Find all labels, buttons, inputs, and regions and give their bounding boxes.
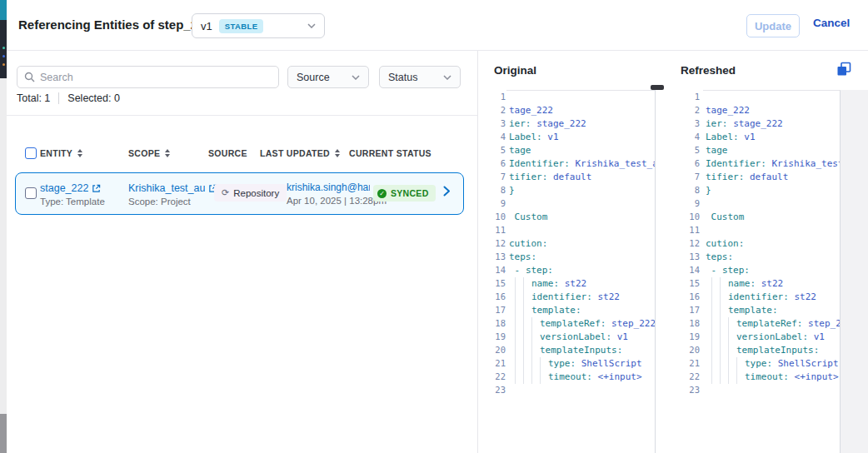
yaml-key: templateInputs: bbox=[540, 345, 622, 356]
indent-guide bbox=[515, 331, 523, 344]
yaml-key: tifier: bbox=[509, 172, 553, 182]
scrollbar-track[interactable] bbox=[841, 90, 868, 453]
code-line: name: st22 bbox=[706, 277, 840, 291]
code-line: versionLabel: v1 bbox=[706, 331, 840, 344]
indent-guide bbox=[531, 357, 540, 371]
yaml-value: v1 bbox=[547, 132, 558, 142]
status-badge: ✓ SYNCED bbox=[373, 185, 436, 202]
indent-guide bbox=[515, 277, 523, 291]
scope-link[interactable]: Krishika_test_au... bbox=[128, 182, 217, 194]
original-panel-title: Original bbox=[494, 64, 536, 77]
search-icon bbox=[24, 72, 35, 82]
line-number: 11 bbox=[680, 223, 700, 236]
line-number: 9 bbox=[680, 197, 700, 210]
yaml-value: st22 bbox=[565, 278, 587, 289]
source-badge-label: Repository bbox=[233, 188, 279, 198]
search-input[interactable] bbox=[40, 72, 272, 83]
line-number: 11 bbox=[486, 223, 506, 236]
code-line bbox=[706, 197, 840, 211]
version-label: v1 bbox=[201, 20, 212, 32]
yaml-key: cution: bbox=[706, 238, 744, 249]
indent-guide bbox=[523, 317, 531, 331]
line-number: 6 bbox=[680, 157, 700, 170]
select-all-checkbox[interactable] bbox=[25, 147, 37, 159]
code-line bbox=[706, 384, 840, 397]
code-line: Identifier: Krishika_test_aut bbox=[509, 157, 655, 171]
code-line: timeout: <+input> bbox=[509, 371, 655, 384]
yaml-key: step: bbox=[526, 265, 553, 276]
yaml-key: templateInputs: bbox=[736, 345, 819, 356]
line-number: 10 bbox=[486, 210, 506, 223]
indent-guide bbox=[728, 344, 736, 357]
yaml-value: ShellScript bbox=[581, 358, 642, 369]
updated-by-link[interactable]: krishika.singh@harnes... bbox=[287, 182, 370, 193]
chevron-down-icon bbox=[307, 23, 316, 28]
row-checkbox[interactable] bbox=[25, 187, 37, 199]
copy-button[interactable] bbox=[836, 62, 852, 78]
yaml-value: <+input> bbox=[795, 371, 839, 382]
code-line: ier: stage_222 bbox=[706, 117, 840, 131]
indent-guide bbox=[531, 331, 540, 344]
status-filter-select[interactable]: Status bbox=[379, 66, 461, 88]
sort-icon[interactable] bbox=[335, 149, 340, 157]
line-number: 20 bbox=[486, 343, 506, 356]
code-line: name: st22 bbox=[509, 277, 655, 291]
indent-guide bbox=[531, 371, 540, 384]
yaml-key: identifier: bbox=[728, 291, 794, 302]
cancel-button[interactable]: Cancel bbox=[813, 17, 850, 29]
yaml-key: Custom bbox=[706, 212, 744, 222]
yaml-value: default bbox=[553, 172, 591, 182]
line-number: 21 bbox=[680, 356, 700, 370]
indent-guide bbox=[515, 291, 523, 304]
indent-guide bbox=[515, 304, 523, 317]
entity-link[interactable]: stage_222 bbox=[40, 182, 105, 194]
sort-icon[interactable] bbox=[165, 149, 170, 157]
line-number: 8 bbox=[680, 183, 700, 197]
code-line bbox=[509, 384, 655, 397]
refreshed-code-view[interactable]: tage_222ier: stage_222Label: v1tageIdent… bbox=[703, 90, 841, 453]
indent-guide bbox=[531, 344, 540, 357]
sort-icon[interactable] bbox=[77, 149, 82, 157]
source-filter-select[interactable]: Source bbox=[287, 66, 369, 88]
yaml-key: teps: bbox=[706, 251, 733, 262]
update-button[interactable]: Update bbox=[746, 14, 800, 37]
code-line: tage_222 bbox=[706, 104, 840, 117]
original-code-view[interactable]: tage_222ier: stage_222Label: v1tageIdent… bbox=[506, 90, 656, 453]
line-number: 16 bbox=[680, 290, 700, 303]
divider bbox=[7, 115, 477, 116]
chevron-down-icon bbox=[352, 75, 360, 80]
yaml-key: template: bbox=[728, 305, 778, 316]
line-number: 12 bbox=[486, 236, 506, 250]
column-header-scope[interactable]: SCOPE bbox=[128, 148, 170, 158]
chevron-right-icon[interactable] bbox=[443, 186, 451, 197]
page-title: Referencing Entities of step_222 bbox=[18, 17, 212, 32]
yaml-key: step: bbox=[722, 265, 750, 276]
code-line bbox=[509, 91, 655, 104]
indent-guide bbox=[720, 291, 728, 304]
search-box[interactable] bbox=[17, 66, 279, 88]
code-line: tage_222 bbox=[509, 104, 655, 117]
line-number: 7 bbox=[680, 170, 700, 183]
column-header-entity[interactable]: ENTITY bbox=[40, 148, 82, 158]
column-label: ENTITY bbox=[40, 148, 72, 158]
code-line: timeout: <+input> bbox=[706, 371, 840, 384]
column-label: CURRENT STATUS bbox=[349, 148, 432, 158]
code-line: } bbox=[509, 184, 655, 197]
version-select[interactable]: v1 STABLE bbox=[192, 13, 325, 38]
line-number: 17 bbox=[486, 303, 506, 316]
original-line-numbers: 1234567891011121314151617181920212223 bbox=[486, 90, 506, 453]
yaml-key: name: bbox=[531, 278, 565, 289]
yaml-key: } bbox=[706, 185, 711, 196]
referencing-entities-panel: Referencing Entities of step_222 v1 STAB… bbox=[0, 0, 868, 453]
indent-guide bbox=[736, 371, 745, 384]
indent-guide bbox=[711, 371, 720, 384]
code-line bbox=[706, 224, 840, 237]
yaml-key: Custom bbox=[509, 212, 547, 222]
yaml-key: Label: bbox=[706, 132, 744, 142]
column-header-last-updated[interactable]: LAST UPDATED bbox=[260, 148, 340, 158]
scrollbar-thumb[interactable] bbox=[651, 85, 664, 90]
entity-cell: stage_222 Type: Template bbox=[40, 182, 105, 207]
nav-dot-icon bbox=[2, 55, 5, 57]
scope-cell: Krishika_test_au... Scope: Project bbox=[128, 182, 217, 207]
nav-dot-icon bbox=[2, 47, 5, 49]
